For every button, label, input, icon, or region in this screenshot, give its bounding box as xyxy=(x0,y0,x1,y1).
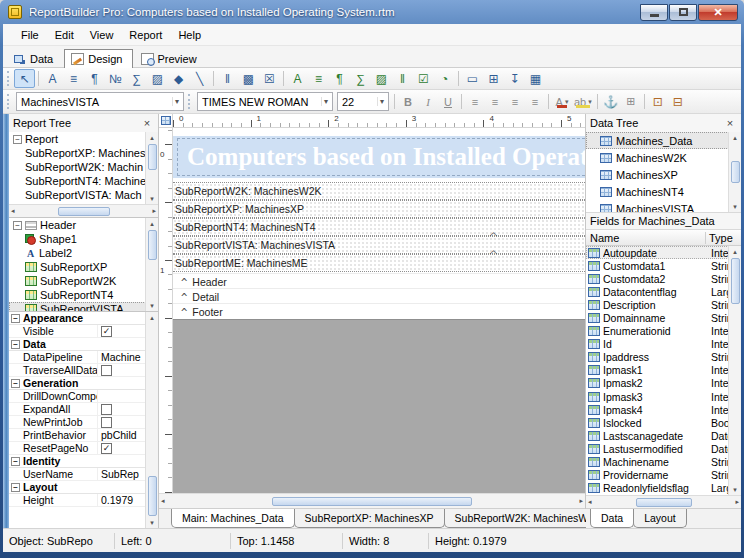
field-row[interactable]: DescriptionStrin xyxy=(586,298,741,311)
crosstab-tool[interactable]: ▦ xyxy=(525,69,546,88)
scroll-right-icon[interactable]: ▸ xyxy=(735,498,739,506)
property-row[interactable]: DataPipelineMachine xyxy=(9,351,158,364)
collapse-icon[interactable]: − xyxy=(11,457,20,466)
report-tree-item[interactable]: SubReportXP: Machines xyxy=(9,146,158,160)
dbrichtext-tool[interactable]: ¶ xyxy=(329,69,350,88)
field-row[interactable]: IslockedBool xyxy=(586,416,741,429)
scroll-up-icon[interactable]: ▴ xyxy=(733,246,737,257)
label-tool[interactable]: A xyxy=(42,69,63,88)
data-tree-vscrollbar[interactable]: ▴▾ xyxy=(728,132,741,212)
data-tree-item-machinesw2k[interactable]: MachinesW2K xyxy=(586,149,741,166)
field-row[interactable]: AutoupdateInteg xyxy=(586,246,741,259)
scroll-down-icon[interactable]: ▾ xyxy=(150,517,154,528)
scroll-down-icon[interactable]: ▾ xyxy=(733,201,737,212)
property-group-appearance[interactable]: −Appearance xyxy=(9,312,158,325)
column-header-type[interactable]: Type xyxy=(705,232,741,244)
scroll-down-icon[interactable]: ▾ xyxy=(150,300,154,311)
scroll-thumb[interactable] xyxy=(148,144,157,170)
data-tree-item-machinesnt4[interactable]: MachinesNT4 xyxy=(586,183,741,200)
object-tree-item-subreportnt4[interactable]: SubReportNT4 xyxy=(9,288,158,302)
dbcalc-tool[interactable]: ∑ xyxy=(350,69,371,88)
fields-vscrollbar[interactable]: ▴▾ xyxy=(728,246,741,495)
toolbar-grip[interactable] xyxy=(7,94,12,109)
scroll-right-icon[interactable]: ▸ xyxy=(579,497,583,505)
property-row[interactable]: ResetPageNo✓ xyxy=(9,442,158,455)
calc-tool[interactable]: ∑ xyxy=(126,69,147,88)
object-tree-item-subreportw2k[interactable]: SubReportW2K xyxy=(9,274,158,288)
page-tab[interactable]: Main: Machines_Data xyxy=(171,509,295,528)
image-tool[interactable]: ▨ xyxy=(147,69,168,88)
dbimage-tool[interactable]: ▨ xyxy=(371,69,392,88)
properties-vscrollbar[interactable]: ▴▾ xyxy=(145,312,158,528)
component-selector-combo[interactable]: MachinesVISTA▾ xyxy=(16,92,184,111)
field-row[interactable]: Ipmask4Integ xyxy=(586,403,741,416)
title-band[interactable]: Computers based on Installed Operating xyxy=(173,136,585,178)
field-row[interactable]: Customdata1Strin xyxy=(586,259,741,272)
band-marker-detail[interactable]: ^Detail xyxy=(173,288,585,303)
subreport-band[interactable]: SubReportVISTA: MachinesVISTA◇ xyxy=(173,236,585,254)
object-tree-root[interactable]: −Header xyxy=(9,218,158,232)
chevron-down-icon[interactable]: ▾ xyxy=(321,97,330,106)
object-tree-item-shape1[interactable]: Shape1 xyxy=(9,232,158,246)
field-row[interactable]: IpaddressStrin xyxy=(586,351,741,364)
report-tree-root[interactable]: −Report xyxy=(9,132,158,146)
tab-data[interactable]: Data xyxy=(7,49,63,68)
fields-hscrollbar[interactable]: ◂ ▸ xyxy=(586,495,741,508)
scroll-up-icon[interactable]: ▴ xyxy=(150,132,154,143)
dbtext-tool[interactable]: A xyxy=(287,69,308,88)
page-tab[interactable]: SubReportXP: MachinesXP xyxy=(294,509,445,528)
report-tree-close-icon[interactable]: × xyxy=(140,116,154,130)
field-row[interactable]: Ipmask3Integ xyxy=(586,390,741,403)
subreport-band[interactable]: SubReportW2K: MachinesW2K xyxy=(173,182,585,200)
menu-edit[interactable]: Edit xyxy=(47,26,82,44)
field-row[interactable]: IdInteg xyxy=(586,338,741,351)
align-left-button[interactable]: ≡ xyxy=(465,92,485,111)
scroll-left-icon[interactable]: ◂ xyxy=(11,207,15,215)
dbchart-tool[interactable]: ◔ xyxy=(434,69,455,88)
scroll-left-icon[interactable]: ◂ xyxy=(161,497,165,505)
pagebreak-tool[interactable]: ↧ xyxy=(504,69,525,88)
field-row[interactable]: Customdata2Strin xyxy=(586,272,741,285)
field-row[interactable]: DatacontentflagLarg xyxy=(586,285,741,298)
collapse-icon[interactable]: − xyxy=(13,135,22,144)
field-row[interactable]: EnumerationidInteg xyxy=(586,325,741,338)
report-tree-item[interactable]: SubReportW2K: Machin xyxy=(9,160,158,174)
field-row[interactable]: ReadonlyfieldsflagLarg xyxy=(586,482,741,495)
data-tree-item-machinesxp[interactable]: MachinesXP xyxy=(586,166,741,183)
memo-tool[interactable]: ≡ xyxy=(63,69,84,88)
anchor-button[interactable]: ⚓ xyxy=(601,92,621,111)
tab-preview[interactable]: Preview xyxy=(134,49,207,68)
data-tree-item-machinesvista[interactable]: MachinesVISTA xyxy=(586,200,741,212)
scroll-thumb[interactable] xyxy=(272,497,472,506)
scroll-right-icon[interactable]: ▸ xyxy=(152,207,156,215)
scroll-thumb[interactable] xyxy=(148,476,157,516)
property-row[interactable]: UserNameSubRep xyxy=(9,468,158,481)
toolbar-grip[interactable] xyxy=(7,71,12,86)
bring-front-button[interactable]: ⊡ xyxy=(648,92,668,111)
checkbox-tool[interactable]: ☒ xyxy=(259,69,280,88)
chevron-down-icon[interactable]: ▾ xyxy=(172,97,181,106)
object-tree-vscrollbar[interactable]: ▴▾ xyxy=(145,218,158,311)
line-tool[interactable]: ╲ xyxy=(189,69,210,88)
scroll-thumb[interactable] xyxy=(636,498,692,507)
subreport-tool[interactable]: ⊞ xyxy=(483,69,504,88)
property-group-layout[interactable]: −Layout xyxy=(9,481,158,494)
field-row[interactable]: Ipmask2Integ xyxy=(586,377,741,390)
menu-file[interactable]: File xyxy=(13,26,47,44)
property-row[interactable]: TraverseAllData xyxy=(9,364,158,377)
field-row[interactable]: LastscanagedateDate xyxy=(586,429,741,442)
report-tree-vscrollbar[interactable]: ▴▾ xyxy=(145,132,158,204)
column-header-name[interactable]: Name xyxy=(586,232,705,244)
checkbox[interactable] xyxy=(101,404,112,415)
checkbox[interactable]: ✓ xyxy=(101,443,112,454)
menu-report[interactable]: Report xyxy=(121,26,170,44)
dbmemo-tool[interactable]: ≡ xyxy=(308,69,329,88)
report-title-label[interactable]: Computers based on Installed Operating xyxy=(177,138,585,176)
design-surface[interactable]: Computers based on Installed Operating S… xyxy=(173,128,585,493)
object-tree-item-subreportxp[interactable]: SubReportXP xyxy=(9,260,158,274)
property-group-identity[interactable]: −Identity xyxy=(9,455,158,468)
title-bar[interactable]: ReportBuilder Pro: Computers based on In… xyxy=(0,0,744,24)
menu-help[interactable]: Help xyxy=(170,26,209,44)
region-tool[interactable]: ▭ xyxy=(462,69,483,88)
dbbarcode-tool[interactable]: ‖ xyxy=(392,69,413,88)
